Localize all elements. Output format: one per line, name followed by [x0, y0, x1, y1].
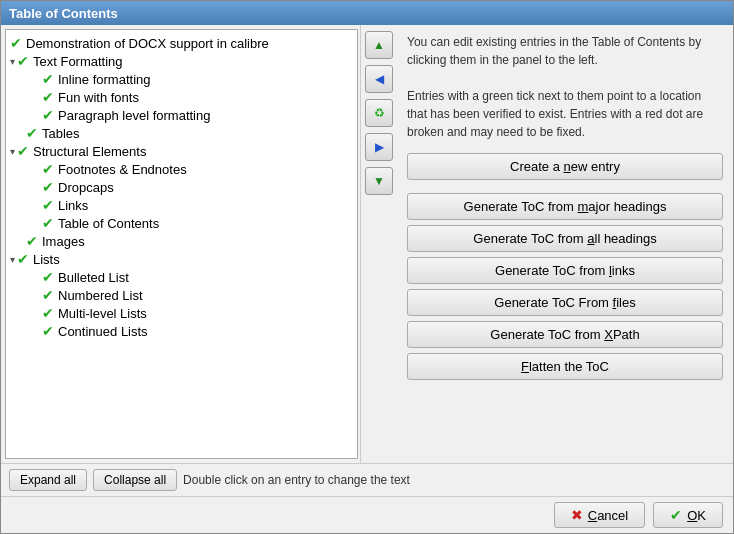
move-up-button[interactable]: ▲	[365, 31, 393, 59]
check-icon: ✔	[42, 287, 54, 303]
check-icon: ✔	[26, 233, 38, 249]
flatten-toc-button[interactable]: Flatten the ToC	[407, 353, 723, 380]
tree-item[interactable]: ✔ Numbered List	[6, 286, 357, 304]
item-label: Links	[58, 198, 88, 213]
item-label: Fun with fonts	[58, 90, 139, 105]
tree-item[interactable]: ✔ Images	[6, 232, 357, 250]
item-label: Images	[42, 234, 85, 249]
ok-label: OK	[687, 508, 706, 523]
tree-item[interactable]: ✔ Demonstration of DOCX support in calib…	[6, 34, 357, 52]
tree-item[interactable]: ▾ ✔ Lists	[6, 250, 357, 268]
collapse-all-button[interactable]: Collapse all	[93, 469, 177, 491]
check-icon: ✔	[17, 251, 29, 267]
tree-item[interactable]: ✔ Continued Lists	[6, 322, 357, 340]
check-icon: ✔	[42, 89, 54, 105]
tree-item[interactable]: ▾ ✔ Text Formatting	[6, 52, 357, 70]
tree-item[interactable]: ✔ Paragraph level formatting	[6, 106, 357, 124]
check-icon: ✔	[17, 53, 29, 69]
expand-icon[interactable]: ▾	[10, 56, 15, 67]
item-label: Table of Contents	[58, 216, 159, 231]
item-label: Bulleted List	[58, 270, 129, 285]
item-label: Demonstration of DOCX support in calibre	[26, 36, 269, 51]
check-icon: ✔	[42, 161, 54, 177]
footer: ✖ Cancel ✔ OK	[1, 496, 733, 533]
item-label: Paragraph level formatting	[58, 108, 210, 123]
left-panel: ✔ Demonstration of DOCX support in calib…	[1, 25, 361, 463]
refresh-button[interactable]: ♻	[365, 99, 393, 127]
create-new-entry-button[interactable]: Create a new entry	[407, 153, 723, 180]
hint-text: Double click on an entry to change the t…	[183, 473, 725, 487]
ok-icon: ✔	[670, 507, 682, 523]
check-icon: ✔	[42, 215, 54, 231]
item-label: Footnotes & Endnotes	[58, 162, 187, 177]
check-icon: ✔	[42, 197, 54, 213]
generate-toc-xpath-button[interactable]: Generate ToC from XPath	[407, 321, 723, 348]
bottom-bar: Expand all Collapse all Double click on …	[1, 463, 733, 496]
tree-item[interactable]: ✔ Tables	[6, 124, 357, 142]
check-icon: ✔	[42, 305, 54, 321]
tree-item[interactable]: ✔ Inline formatting	[6, 70, 357, 88]
tree-item[interactable]: ✔ Bulleted List	[6, 268, 357, 286]
expand-icon[interactable]: ▾	[10, 146, 15, 157]
tree-item[interactable]: ✔ Dropcaps	[6, 178, 357, 196]
check-icon: ✔	[10, 35, 22, 51]
tree-item[interactable]: ✔ Links	[6, 196, 357, 214]
item-label: Structural Elements	[33, 144, 146, 159]
expand-all-button[interactable]: Expand all	[9, 469, 87, 491]
item-label: Continued Lists	[58, 324, 148, 339]
generate-toc-all-headings-button[interactable]: Generate ToC from all headings	[407, 225, 723, 252]
tree-item[interactable]: ✔ Table of Contents	[6, 214, 357, 232]
generate-toc-files-button[interactable]: Generate ToC From files	[407, 289, 723, 316]
tree-item[interactable]: ✔ Multi-level Lists	[6, 304, 357, 322]
check-icon: ✔	[42, 179, 54, 195]
title-text: Table of Contents	[9, 6, 118, 21]
dialog: Table of Contents ✔ Demonstration of DOC…	[0, 0, 734, 534]
cancel-button[interactable]: ✖ Cancel	[554, 502, 645, 528]
dialog-title: Table of Contents	[1, 1, 733, 25]
check-icon: ✔	[42, 269, 54, 285]
middle-panel: ▲ ◀ ♻ ▶ ▼	[361, 25, 397, 463]
cancel-icon: ✖	[571, 507, 583, 523]
item-label: Inline formatting	[58, 72, 151, 87]
check-icon: ✔	[26, 125, 38, 141]
check-icon: ✔	[42, 71, 54, 87]
item-label: Numbered List	[58, 288, 143, 303]
flatten-underline: F	[521, 359, 529, 374]
check-icon: ✔	[17, 143, 29, 159]
move-left-button[interactable]: ◀	[365, 65, 393, 93]
generate-toc-links-button[interactable]: Generate ToC from links	[407, 257, 723, 284]
create-new-underline: n	[564, 159, 571, 174]
tree-area[interactable]: ✔ Demonstration of DOCX support in calib…	[5, 29, 358, 459]
all-underline: a	[587, 231, 594, 246]
item-label: Multi-level Lists	[58, 306, 147, 321]
item-label: Tables	[42, 126, 80, 141]
generate-toc-major-headings-button[interactable]: Generate ToC from major headings	[407, 193, 723, 220]
tree-item[interactable]: ▾ ✔ Structural Elements	[6, 142, 357, 160]
expand-icon[interactable]: ▾	[10, 254, 15, 265]
check-icon: ✔	[42, 323, 54, 339]
files-underline: f	[613, 295, 617, 310]
item-label: Dropcaps	[58, 180, 114, 195]
dialog-body: ✔ Demonstration of DOCX support in calib…	[1, 25, 733, 463]
xpath-underline: X	[604, 327, 613, 342]
tree-item[interactable]: ✔ Fun with fonts	[6, 88, 357, 106]
move-right-button[interactable]: ▶	[365, 133, 393, 161]
cancel-label: Cancel	[588, 508, 628, 523]
move-down-button[interactable]: ▼	[365, 167, 393, 195]
info-text: You can edit existing entries in the Tab…	[407, 33, 723, 141]
major-underline: m	[578, 199, 589, 214]
ok-button[interactable]: ✔ OK	[653, 502, 723, 528]
item-label: Lists	[33, 252, 60, 267]
check-icon: ✔	[42, 107, 54, 123]
tree-item[interactable]: ✔ Footnotes & Endnotes	[6, 160, 357, 178]
right-panel: You can edit existing entries in the Tab…	[397, 25, 733, 463]
links-underline: l	[609, 263, 612, 278]
item-label: Text Formatting	[33, 54, 123, 69]
